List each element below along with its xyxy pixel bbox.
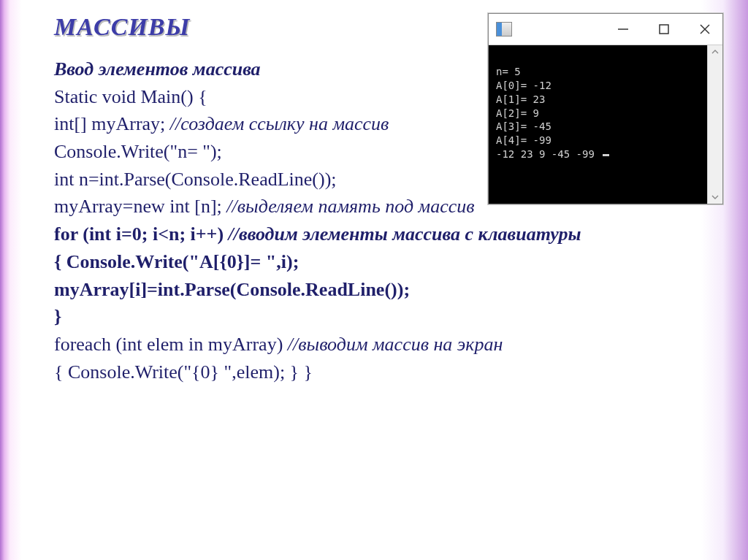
console-output: n= 5 A[0]= -12 A[1]= 23 A[2]= 9 A[3]= -4… <box>489 45 722 204</box>
console-line: A[1]= 23 <box>496 93 545 105</box>
app-icon <box>496 22 512 37</box>
code-text: foreach (int elem in myArray) <box>54 334 288 355</box>
scroll-down-icon[interactable] <box>708 191 722 204</box>
code-line: for (int i=0; i<n; i++) //вводим элемент… <box>54 220 726 248</box>
scroll-up-icon[interactable] <box>708 45 722 58</box>
scrollbar[interactable] <box>707 45 722 204</box>
window-buttons <box>611 19 720 39</box>
code-comment: //выводим массив на экран <box>288 334 503 355</box>
console-line: -12 23 9 -45 -99 <box>496 148 600 160</box>
code-text: int[] myArray; <box>54 113 170 134</box>
code-line: myArray[i]=int.Parse(Console.ReadLine())… <box>54 276 726 304</box>
console-line: A[2]= 9 <box>496 107 539 119</box>
code-comment: //вводим элементы массива с клавиатуры <box>229 223 581 245</box>
maximize-button[interactable] <box>652 19 676 39</box>
console-line: A[0]= -12 <box>496 80 552 91</box>
minimize-button[interactable] <box>611 19 635 39</box>
console-window: n= 5 A[0]= -12 A[1]= 23 A[2]= 9 A[3]= -4… <box>488 13 723 204</box>
code-text: myArray=new int [n]; <box>54 196 226 217</box>
code-line: } <box>54 303 726 331</box>
window-titlebar <box>489 14 722 45</box>
slide-container: МАССИВЫ n= 5 A[0]= -12 A[1]= 23 A[2]= 9 … <box>0 0 748 560</box>
close-button[interactable] <box>693 19 717 39</box>
cursor-icon <box>603 154 609 156</box>
console-line: n= 5 <box>496 66 521 77</box>
code-comment: //выделяем память под массив <box>226 196 474 217</box>
code-line: foreach (int elem in myArray) //выводим … <box>54 331 726 358</box>
console-line: A[3]= -45 <box>496 120 552 132</box>
code-line: { Console.Write("{0} ",elem); } } <box>54 358 726 386</box>
titlebar-left <box>496 22 512 37</box>
code-comment: //создаем ссылку на массив <box>170 113 389 134</box>
svg-rect-1 <box>660 25 668 34</box>
code-line: { Console.Write("A[{0}]= ",i); <box>54 248 726 276</box>
console-line: A[4]= -99 <box>496 134 552 146</box>
code-text: for (int i=0; i<n; i++) <box>54 223 229 245</box>
